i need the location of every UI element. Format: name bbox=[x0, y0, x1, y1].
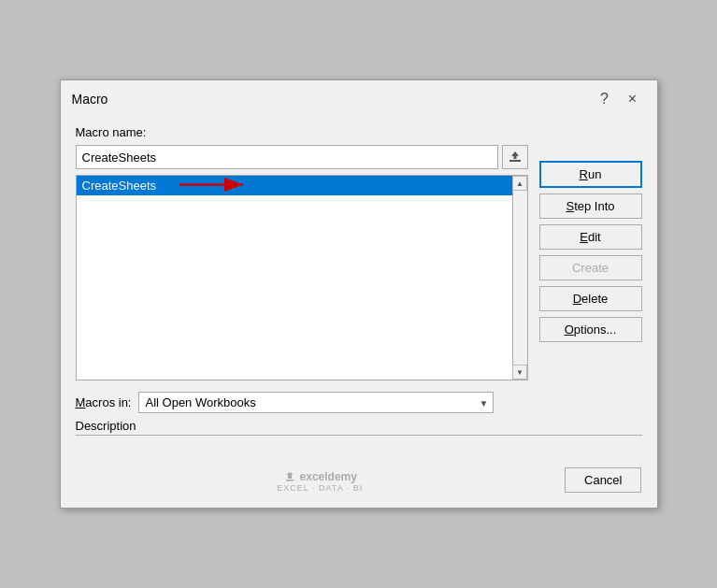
exceldemy-icon bbox=[283, 470, 296, 483]
dialog-title: Macro bbox=[72, 92, 108, 107]
description-label: Description bbox=[76, 419, 136, 433]
svg-marker-1 bbox=[511, 151, 519, 159]
title-bar: Macro ? × bbox=[61, 80, 657, 114]
macro-name-input[interactable] bbox=[76, 145, 498, 169]
watermark-line1: exceldemy bbox=[300, 470, 357, 483]
close-button[interactable]: × bbox=[620, 88, 646, 110]
macros-in-label: Macros in: bbox=[76, 395, 132, 409]
dialog-body: Macro name: CreateSheets bbox=[61, 114, 657, 508]
create-button[interactable]: Create bbox=[539, 255, 642, 280]
upload-button[interactable] bbox=[502, 145, 528, 169]
red-arrow-indicator bbox=[179, 176, 254, 196]
scroll-down-arrow[interactable]: ▼ bbox=[512, 365, 527, 380]
watermark-line2: EXCEL · DATA · BI bbox=[277, 483, 363, 493]
macro-list-container: CreateSheets bbox=[76, 175, 528, 380]
description-line bbox=[76, 435, 642, 436]
macros-in-select[interactable]: All Open Workbooks This Workbook Persona… bbox=[138, 392, 494, 413]
macro-list[interactable]: CreateSheets bbox=[77, 176, 527, 380]
watermark: exceldemy EXCEL · DATA · BI bbox=[277, 470, 363, 493]
list-scrollbar[interactable]: ▲ ▼ bbox=[512, 176, 527, 380]
bottom-section: Macros in: All Open Workbooks This Workb… bbox=[76, 392, 642, 456]
list-item[interactable]: CreateSheets bbox=[77, 176, 527, 195]
svg-rect-0 bbox=[509, 160, 521, 162]
scroll-thumb-area[interactable] bbox=[513, 191, 527, 365]
right-panel: Run Step Into Edit Create Delete Options… bbox=[539, 125, 642, 380]
help-button[interactable]: ? bbox=[592, 88, 618, 110]
options-button[interactable]: Options... bbox=[539, 317, 642, 342]
macros-in-row: Macros in: All Open Workbooks This Workb… bbox=[76, 392, 642, 413]
delete-button[interactable]: Delete bbox=[539, 286, 642, 311]
macro-name-row bbox=[76, 145, 528, 169]
description-area: Description bbox=[76, 419, 642, 456]
macro-dialog: Macro ? × Macro name: bbox=[60, 79, 658, 509]
run-button[interactable]: Run bbox=[539, 161, 642, 188]
upload-icon bbox=[509, 151, 522, 164]
macros-in-select-wrapper: All Open Workbooks This Workbook Persona… bbox=[138, 392, 494, 413]
left-panel: Macro name: CreateSheets bbox=[76, 125, 528, 380]
cancel-button[interactable]: Cancel bbox=[565, 467, 641, 493]
step-into-button[interactable]: Step Into bbox=[539, 194, 642, 219]
scroll-up-arrow[interactable]: ▲ bbox=[512, 176, 527, 191]
main-row: Macro name: CreateSheets bbox=[76, 125, 642, 380]
svg-rect-4 bbox=[286, 480, 294, 481]
edit-button[interactable]: Edit bbox=[539, 224, 642, 250]
macro-name-label: Macro name: bbox=[76, 125, 528, 139]
